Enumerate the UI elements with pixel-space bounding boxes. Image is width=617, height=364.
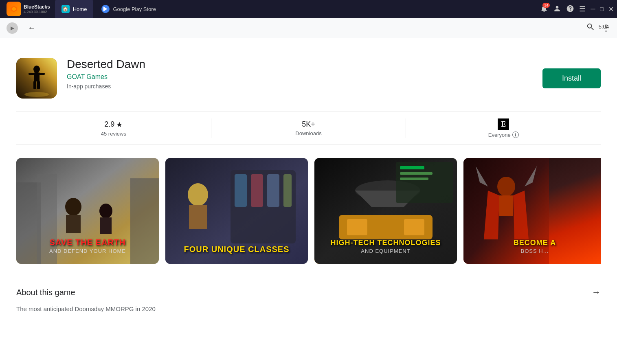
play-store-tab-icon xyxy=(101,5,110,13)
downloads-stat: 5K+ Downloads xyxy=(211,120,406,136)
app-developer[interactable]: GOAT Games xyxy=(67,73,533,81)
svg-point-14 xyxy=(65,198,81,216)
svg-rect-34 xyxy=(400,172,433,175)
svg-rect-21 xyxy=(251,174,263,207)
notif-badge-count: 14 xyxy=(542,3,550,8)
app-iap: In-app purchases xyxy=(67,83,533,90)
ss2-label: FOUR UNIQUE CLASSES xyxy=(172,245,301,254)
bluestacks-logo: BlueStacks 4.240.30.1002 xyxy=(3,2,53,16)
search-button[interactable] xyxy=(586,22,595,33)
svg-rect-7 xyxy=(33,81,36,89)
rating-badge-stat: E Everyone ℹ xyxy=(406,118,601,138)
svg-rect-38 xyxy=(499,195,513,216)
svg-rect-6 xyxy=(39,73,45,75)
info-icon[interactable]: ℹ xyxy=(512,132,519,138)
ss4-label: BECOME A BOSS H... xyxy=(470,239,599,254)
bs-logo-icon xyxy=(7,2,21,16)
svg-point-9 xyxy=(24,92,49,97)
app-info: Deserted Dawn GOAT Games In-app purchase… xyxy=(67,58,533,90)
minimize-button[interactable]: ─ xyxy=(591,5,595,13)
play-icon: ▶ xyxy=(7,22,18,34)
browser-toolbar: ▶ ← ⋮ 5:04 xyxy=(0,18,617,38)
svg-point-24 xyxy=(188,183,208,206)
svg-point-3 xyxy=(33,66,40,73)
svg-rect-25 xyxy=(189,205,207,229)
svg-rect-35 xyxy=(400,178,428,180)
about-title: About this game xyxy=(16,288,75,297)
screenshot-4[interactable]: BECOME A BOSS H... xyxy=(463,158,601,264)
install-button[interactable]: Install xyxy=(542,68,601,88)
ss1-label: SAVE THE EARTH AND DEFEND YOUR HOME xyxy=(23,238,152,254)
svg-rect-5 xyxy=(29,73,34,75)
esrb-badge: E xyxy=(498,118,509,130)
app-header: Deserted Dawn GOAT Games In-app purchase… xyxy=(16,58,601,99)
svg-rect-30 xyxy=(347,219,367,235)
tab-home-label: Home xyxy=(73,6,87,12)
svg-rect-31 xyxy=(404,219,424,235)
app-icon xyxy=(16,58,57,99)
account-icon[interactable] xyxy=(553,4,561,14)
notification-area[interactable]: 14 xyxy=(540,4,548,14)
toolbar-time: 5:04 xyxy=(599,24,609,30)
everyone-label[interactable]: Everyone ℹ xyxy=(488,132,519,138)
svg-rect-33 xyxy=(400,166,424,169)
app-title: Deserted Dawn xyxy=(67,58,533,71)
svg-point-16 xyxy=(99,204,112,218)
bs-version: 4.240.30.1002 xyxy=(24,10,50,14)
screenshot-1[interactable]: SAVE THE EARTH AND DEFEND YOUR HOME xyxy=(16,158,159,264)
downloads-value: 5K+ xyxy=(302,120,315,129)
tab-play-store[interactable]: Google Play Store xyxy=(95,0,162,18)
about-arrow[interactable]: → xyxy=(592,287,601,298)
close-button[interactable]: ✕ xyxy=(608,5,614,13)
tab-store-label: Google Play Store xyxy=(113,6,156,12)
svg-rect-17 xyxy=(100,217,112,234)
svg-rect-15 xyxy=(66,215,81,233)
tab-home[interactable]: 🏠 Home xyxy=(55,0,94,18)
titlebar: BlueStacks 4.240.30.1002 🏠 Home Google P… xyxy=(0,0,617,18)
main-content: Deserted Dawn GOAT Games In-app purchase… xyxy=(0,38,617,364)
screenshots-row: SAVE THE EARTH AND DEFEND YOUR HOME xyxy=(16,158,601,264)
stats-row: 2.9 ★ 45 reviews 5K+ Downloads E Everyon… xyxy=(16,112,601,145)
reviews-label: 45 reviews xyxy=(101,131,126,137)
home-tab-icon: 🏠 xyxy=(61,5,70,13)
about-header: About this game → xyxy=(16,287,601,298)
titlebar-controls: 14 ☰ ─ □ ✕ xyxy=(540,4,614,14)
rating-value: 2.9 ★ xyxy=(104,120,123,129)
menu-icon[interactable]: ☰ xyxy=(579,4,586,13)
downloads-label: Downloads xyxy=(295,130,321,136)
screenshot-3[interactable]: HIGH-TECH TECHNOLOGIES AND EQUIPMENT xyxy=(314,158,457,264)
back-button[interactable]: ← xyxy=(24,21,39,35)
screenshot-2[interactable]: FOUR UNIQUE CLASSES xyxy=(165,158,308,264)
help-icon[interactable] xyxy=(566,4,574,14)
star-icon: ★ xyxy=(116,120,123,129)
rating-stat: 2.9 ★ 45 reviews xyxy=(16,120,211,137)
svg-rect-4 xyxy=(34,72,40,81)
rating-badge: E xyxy=(498,118,509,130)
svg-rect-22 xyxy=(267,174,279,207)
bs-name: BlueStacks xyxy=(24,4,50,10)
about-section: About this game → The most anticipated D… xyxy=(16,277,601,314)
svg-rect-23 xyxy=(283,174,292,207)
ss3-label: HIGH-TECH TECHNOLOGIES AND EQUIPMENT xyxy=(321,239,450,254)
maximize-button[interactable]: □ xyxy=(600,6,604,12)
svg-rect-20 xyxy=(235,174,247,207)
svg-point-37 xyxy=(497,177,515,196)
about-description: The most anticipated Doomsday MMORPG in … xyxy=(16,304,601,314)
svg-rect-8 xyxy=(37,81,40,89)
